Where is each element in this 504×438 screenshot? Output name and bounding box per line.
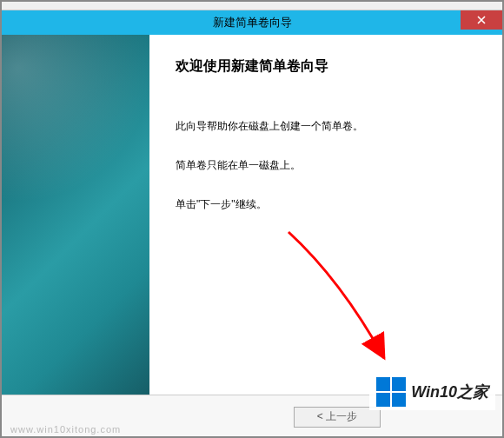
- watermark: Win10之家: [369, 374, 495, 410]
- wizard-sidebar-graphic: [2, 35, 149, 395]
- back-button-label: < 上一步: [317, 409, 357, 424]
- titlebar: 新建简单卷向导: [2, 10, 502, 35]
- wizard-para-3: 单击"下一步"继续。: [176, 197, 476, 212]
- wizard-heading: 欢迎使用新建简单卷向导: [176, 57, 476, 76]
- back-button[interactable]: < 上一步: [294, 407, 381, 428]
- wizard-para-1: 此向导帮助你在磁盘上创建一个简单卷。: [176, 119, 476, 134]
- watermark-url: www.win10xitong.com: [10, 424, 121, 435]
- top-edge-strip: [2, 2, 502, 10]
- watermark-text: Win10之家: [411, 382, 488, 402]
- window-title: 新建简单卷向导: [213, 15, 292, 30]
- close-button[interactable]: [461, 10, 502, 30]
- windows-logo-icon: [376, 377, 406, 407]
- wizard-body: 欢迎使用新建简单卷向导 此向导帮助你在磁盘上创建一个简单卷。 简单卷只能在单一磁…: [2, 35, 502, 395]
- close-icon: [477, 14, 486, 26]
- wizard-content: 欢迎使用新建简单卷向导 此向导帮助你在磁盘上创建一个简单卷。 简单卷只能在单一磁…: [149, 35, 502, 395]
- wizard-para-2: 简单卷只能在单一磁盘上。: [176, 158, 476, 173]
